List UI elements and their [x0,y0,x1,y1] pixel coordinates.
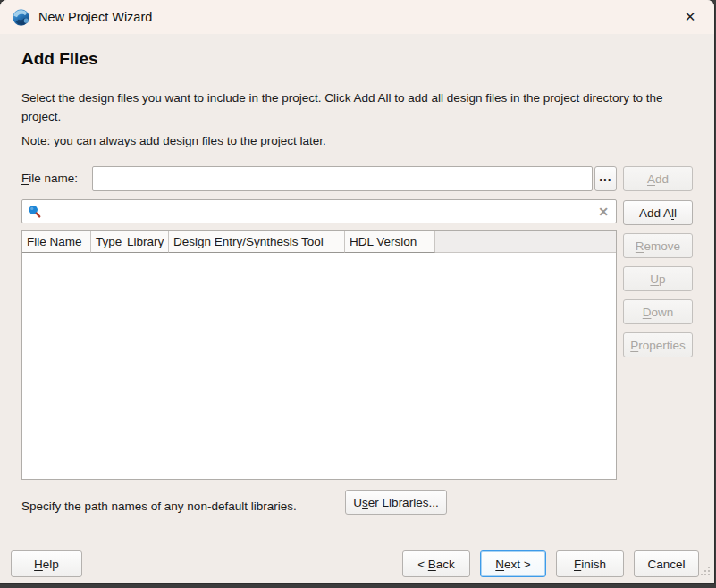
page-note: Note: you can always add design files to… [21,134,326,147]
add-all-button[interactable]: Add All [623,200,693,225]
browse-button[interactable]: ... [594,166,617,191]
file-name-input[interactable] [92,166,593,191]
cancel-button[interactable]: Cancel [634,550,699,577]
finish-button[interactable]: Finish [556,550,624,577]
quartus-logo-icon [12,8,30,27]
search-input[interactable] [43,200,598,223]
separator-line [7,155,710,155]
column-header-filler [435,231,616,253]
search-icon [27,204,43,220]
page-title: Add Files [21,49,98,69]
dialog-content: Add Files Select the design files you wa… [0,34,714,583]
window-title: New Project Wizard [38,10,152,24]
back-button[interactable]: < Back [402,550,470,577]
library-instruction-text: Specify the path names of any non-defaul… [21,500,297,513]
titlebar: New Project Wizard ✕ [0,0,714,34]
user-libraries-button[interactable]: User Libraries... [345,490,447,515]
table-header-row: File Name Type Library Design Entry/Synt… [22,231,616,253]
page-description: Select the design files you want to incl… [21,89,679,127]
column-header-type[interactable]: Type [91,231,122,253]
table-body-empty[interactable] [22,253,616,479]
new-project-wizard-dialog: New Project Wizard ✕ Add Files Select th… [0,0,714,583]
down-button[interactable]: Down [623,299,693,324]
clear-search-icon[interactable]: ✕ [598,205,609,219]
add-button[interactable]: Add [623,166,693,191]
next-button[interactable]: Next > [480,550,546,577]
up-button[interactable]: Up [623,266,693,291]
column-header-design-entry-synthesis-tool[interactable]: Design Entry/Synthesis Tool [169,231,345,253]
close-icon[interactable]: ✕ [675,4,705,30]
files-table[interactable]: File Name Type Library Design Entry/Synt… [21,230,617,480]
file-filter-searchbox: ✕ [21,199,617,223]
column-header-file-name[interactable]: File Name [22,231,91,253]
column-header-library[interactable]: Library [122,231,169,253]
resize-grip[interactable] [699,565,710,575]
column-header-hdl-version[interactable]: HDL Version [345,231,435,253]
file-name-label: File name: [21,172,78,185]
remove-button[interactable]: Remove [623,233,693,258]
help-button[interactable]: Help [11,550,82,577]
properties-button[interactable]: Properties [623,332,693,357]
